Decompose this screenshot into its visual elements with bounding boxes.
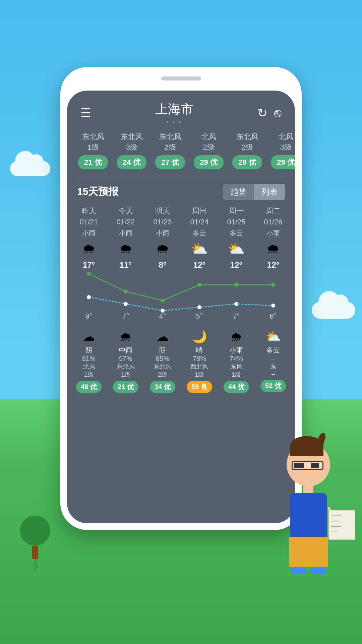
weather-icon-2: 🌧 [144, 241, 181, 257]
day-condition-1: 小雨 [107, 229, 144, 238]
city-name: 上海市 [155, 101, 193, 118]
low-temp-3: 5° [181, 312, 218, 321]
humidity-5: – [255, 355, 292, 363]
aqi-col-0: 东北风1级 21 优 [77, 132, 109, 169]
weather-icon-3: ⛅ [181, 241, 218, 257]
aqi-col-2: 东北风2级 27 优 [154, 132, 186, 169]
bottom-col-0: ☁ 阴 81% 北风1级 48 优 [70, 330, 107, 393]
svg-point-4 [234, 283, 238, 287]
day-condition-5: 小雨 [255, 229, 292, 238]
aqi-col-5: 北风3级 29 优 [270, 132, 295, 169]
aqi-col-3: 北风2级 29 优 [193, 132, 225, 169]
aqi-wind-1: 东北风3级 [116, 132, 147, 153]
low-temp-2: 4° [144, 312, 181, 321]
bottom-col-4: 🌧 小雨 74% 东风1级 44 优 [218, 330, 255, 393]
svg-point-3 [197, 283, 201, 287]
refresh-icon[interactable]: ↻ [257, 106, 267, 120]
svg-point-0 [87, 272, 91, 276]
day-label-3: 周日01/24 [181, 205, 218, 227]
wind-4: 东风1级 [218, 363, 255, 379]
aqi-badge-1: 24 优 [117, 155, 146, 169]
aqi-wind-5: 北风3级 [270, 132, 295, 153]
city-dots: • • • [155, 119, 193, 125]
day-col-5: 周二01/26 小雨 [255, 205, 292, 238]
aqi-bottom-2: 34 优 [150, 381, 175, 393]
svg-point-5 [271, 283, 275, 287]
svg-point-9 [197, 305, 201, 309]
tab-list[interactable]: 列表 [254, 184, 285, 200]
day-label-4: 周一01/25 [218, 205, 255, 227]
day-col-2: 明天01/23 小雨 [144, 205, 181, 238]
forecast-header: 15天预报 趋势 列表 [67, 176, 295, 205]
day-label-2: 明天01/23 [144, 205, 181, 227]
weather-icon-4: ⛅ [218, 241, 255, 257]
aqi-wind-0: 东北风1级 [77, 132, 109, 153]
low-temp-0: 9° [70, 312, 107, 321]
aqi-bottom-3: 58 良 [187, 381, 212, 393]
aqi-col-1: 东北风3级 24 优 [116, 132, 147, 169]
day-condition-0: 小雨 [70, 229, 107, 238]
svg-point-1 [124, 289, 128, 293]
character-decoration: ━━━━━━━━━━━━━━━━━ [272, 443, 345, 570]
cloud-right-decoration [312, 302, 355, 319]
aqi-bottom-1: 21 优 [113, 381, 138, 393]
temperature-chart: 17° 11° 8° 12° 12° 12° [70, 260, 292, 321]
aqi-badge-4: 29 优 [232, 155, 262, 169]
aqi-scroll-row: 东北风1级 21 优 东北风3级 24 优 东北风2级 27 优 北风2级 29… [67, 128, 295, 176]
phone-speaker [161, 76, 201, 80]
aqi-badge-3: 29 优 [194, 155, 224, 169]
aqi-bottom-0: 48 优 [76, 381, 102, 393]
aqi-col-4: 东北风2级 29 优 [231, 132, 263, 169]
bottom-weather-row: ☁ 阴 81% 北风1级 48 优 🌧 中雨 97% 东北风1级 21 优 ☁ … [67, 324, 295, 396]
weather-icon-0: 🌧 [70, 241, 107, 257]
humidity-3: 78% [181, 355, 218, 363]
day-col-4: 周一01/25 多云 [218, 205, 255, 238]
svg-point-7 [124, 302, 128, 306]
forecast-tabs[interactable]: 趋势 列表 [223, 184, 285, 200]
aqi-wind-4: 东北风2级 [231, 132, 263, 153]
menu-icon[interactable]: ☰ [80, 106, 91, 120]
aqi-bottom-5: 52 优 [260, 380, 286, 392]
share-icon[interactable]: ⎋ [274, 106, 282, 120]
tree-decoration: 𝄞 [20, 516, 50, 570]
weather-icon-5: 🌧 [255, 241, 292, 257]
night-icon-4: 🌧 [218, 330, 255, 344]
day-condition-4: 多云 [218, 229, 255, 238]
weather-icon-1: 🌧 [107, 241, 144, 257]
night-icon-3: 🌙 [181, 330, 218, 344]
svg-point-6 [87, 295, 91, 299]
header-actions: ↻ ⎋ [257, 106, 282, 120]
night-condition-1: 中雨 [107, 346, 144, 355]
phone-frame: ☰ 上海市 • • • ↻ ⎋ 东北风1级 21 优 东北风3级 24 优 东北… [60, 67, 302, 530]
humidity-4: 74% [218, 355, 255, 363]
phone-screen: ☰ 上海市 • • • ↻ ⎋ 东北风1级 21 优 东北风3级 24 优 东北… [67, 91, 295, 523]
night-condition-4: 小雨 [218, 346, 255, 355]
night-condition-5: 多云 [255, 346, 292, 355]
svg-point-11 [271, 304, 275, 308]
svg-point-2 [161, 299, 165, 303]
chart-svg [70, 260, 292, 321]
aqi-bottom-4: 44 优 [224, 381, 249, 393]
low-temp-4: 7° [218, 312, 255, 321]
wind-2: 东北风2级 [144, 363, 181, 379]
day-label-0: 昨天01/21 [70, 205, 107, 227]
night-condition-3: 晴 [181, 346, 218, 355]
bottom-col-3: 🌙 晴 78% 西北风1级 58 良 [181, 330, 218, 393]
day-col-1: 今天01/22 小雨 [107, 205, 144, 238]
night-icon-0: ☁ [70, 330, 107, 344]
night-condition-2: 阴 [144, 346, 181, 355]
aqi-wind-2: 东北风2级 [154, 132, 186, 153]
night-condition-0: 阴 [70, 346, 107, 355]
wind-3: 西北风1级 [181, 363, 218, 379]
bottom-col-2: ☁ 阴 85% 东北风2级 34 优 [144, 330, 181, 393]
cloud-left-decoration [10, 161, 50, 176]
bottom-col-5: ⛅ 多云 – 东– 52 优 [255, 330, 292, 393]
tab-trend[interactable]: 趋势 [223, 184, 254, 200]
humidity-1: 97% [107, 355, 144, 363]
night-icon-2: ☁ [144, 330, 181, 344]
low-temp-1: 7° [107, 312, 144, 321]
aqi-badge-5: 29 优 [271, 155, 295, 169]
night-icon-1: 🌧 [107, 330, 144, 344]
aqi-badge-2: 27 优 [155, 155, 185, 169]
wind-5: 东– [255, 363, 292, 378]
